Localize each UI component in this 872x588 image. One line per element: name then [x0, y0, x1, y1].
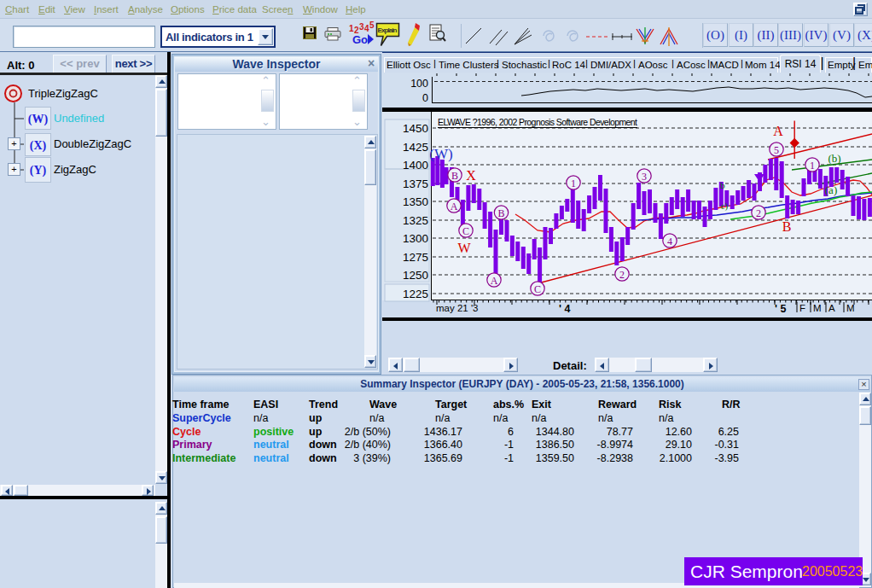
svg-text:1375: 1375 [403, 178, 428, 190]
svg-text:A: A [491, 275, 498, 287]
svg-text:2: 2 [756, 207, 761, 219]
svg-text:A: A [828, 303, 835, 313]
svg-text:(b): (b) [828, 152, 840, 165]
svg-text:(a): (a) [825, 183, 837, 196]
svg-text:Explain: Explain [378, 26, 398, 34]
svg-text:100: 100 [410, 78, 428, 90]
svg-text:1425: 1425 [403, 141, 428, 154]
svg-text:B: B [497, 207, 504, 219]
svg-text:F: F [799, 303, 805, 313]
svg-text:2: 2 [619, 269, 625, 281]
svg-text:W: W [457, 241, 471, 255]
svg-text:1300: 1300 [403, 232, 428, 245]
svg-text:C: C [534, 283, 541, 295]
svg-text:X: X [466, 168, 476, 183]
svg-text:1325: 1325 [403, 214, 428, 227]
svg-text:1: 1 [571, 178, 576, 189]
svg-text:ELWAVE ?1996, 2002 Prognosis S: ELWAVE ?1996, 2002 Prognosis Software De… [438, 117, 637, 127]
svg-text:1250: 1250 [403, 269, 428, 282]
svg-text:M: M [813, 303, 822, 313]
svg-text:A: A [451, 201, 458, 212]
svg-text:3: 3 [642, 171, 647, 183]
svg-text:4: 4 [667, 236, 672, 247]
svg-text:0: 0 [422, 92, 428, 104]
svg-text:' 5: ' 5 [775, 303, 786, 315]
svg-text:1400: 1400 [403, 159, 428, 172]
svg-text:Go: Go [352, 33, 368, 45]
svg-text:' 4: ' 4 [559, 303, 570, 315]
svg-text:1: 1 [810, 160, 815, 172]
svg-text:may 21 '3: may 21 '3 [436, 303, 479, 313]
svg-text:c): c) [721, 201, 729, 212]
svg-text:1450: 1450 [403, 122, 428, 135]
svg-text:b: b [720, 180, 725, 190]
svg-text:B: B [451, 170, 458, 182]
svg-text:1225: 1225 [403, 288, 428, 300]
svg-text:1350: 1350 [403, 195, 428, 208]
svg-text:1275: 1275 [403, 251, 428, 264]
svg-text:B: B [782, 219, 792, 234]
svg-text:A: A [773, 124, 783, 138]
svg-text:M: M [846, 303, 855, 313]
svg-text:(W): (W) [429, 146, 452, 162]
svg-text:C: C [462, 225, 469, 237]
svg-text:5: 5 [369, 21, 375, 30]
svg-text:5: 5 [774, 144, 779, 156]
